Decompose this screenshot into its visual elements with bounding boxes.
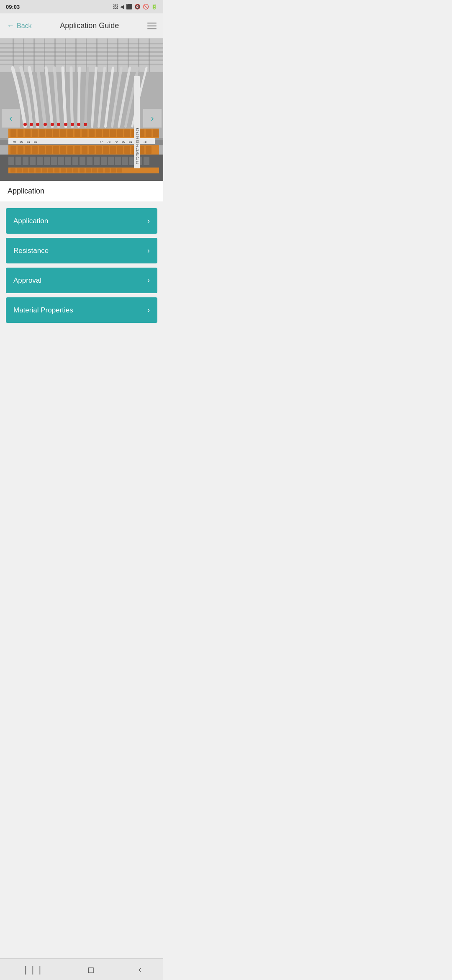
menu-item-approval[interactable]: Approval › (6, 268, 157, 293)
svg-rect-76 (60, 146, 66, 154)
svg-point-26 (51, 123, 54, 126)
svg-rect-33 (10, 129, 16, 137)
svg-rect-45 (96, 129, 102, 137)
svg-rect-97 (58, 157, 64, 165)
svg-rect-98 (65, 157, 71, 165)
chevron-right-icon-material: › (147, 306, 150, 315)
svg-rect-103 (101, 157, 107, 165)
svg-rect-91 (15, 157, 21, 165)
svg-rect-74 (46, 146, 52, 154)
svg-rect-114 (29, 168, 34, 173)
svg-rect-17 (107, 39, 108, 72)
svg-rect-48 (117, 129, 123, 137)
svg-rect-120 (67, 168, 72, 173)
mute-icon: 🔇 (134, 4, 141, 10)
chevron-right-icon-resistance: › (147, 246, 150, 255)
svg-rect-35 (25, 129, 31, 137)
svg-rect-36 (32, 129, 38, 137)
status-bar: 09:03 🖼 ◀ ⬛ 🔇 🚫 🔋 (0, 0, 163, 13)
svg-rect-21 (149, 39, 150, 72)
svg-rect-118 (54, 168, 59, 173)
svg-rect-119 (61, 168, 66, 173)
svg-text:80: 80 (122, 140, 125, 143)
carousel-image: 79 80 81 82 77 78 79 80 81 T4 T5 (0, 39, 163, 181)
menu-section: Application › Resistance › Approval › Ma… (0, 201, 163, 330)
svg-rect-69 (10, 146, 16, 154)
svg-rect-122 (80, 168, 85, 173)
svg-rect-127 (111, 168, 116, 173)
svg-point-22 (23, 123, 27, 126)
svg-rect-93 (30, 157, 36, 165)
svg-rect-38 (46, 129, 52, 137)
svg-rect-72 (32, 146, 38, 154)
hamburger-line-2 (147, 26, 157, 26)
svg-rect-116 (42, 168, 47, 173)
svg-rect-79 (82, 146, 87, 154)
svg-point-25 (44, 123, 47, 126)
page-title: Application Guide (60, 21, 119, 30)
back-arrow-icon: ← (7, 21, 14, 30)
svg-rect-85 (124, 146, 130, 154)
svg-rect-15 (86, 39, 87, 72)
svg-rect-39 (53, 129, 59, 137)
svg-rect-19 (128, 39, 129, 72)
svg-rect-80 (89, 146, 95, 154)
svg-rect-40 (60, 129, 66, 137)
svg-rect-44 (89, 129, 95, 137)
chevron-right-icon-approval: › (147, 276, 150, 285)
svg-rect-88 (146, 146, 152, 154)
svg-text:79: 79 (13, 140, 16, 143)
top-nav: ← Back Application Guide (0, 13, 163, 39)
svg-rect-95 (44, 157, 50, 165)
back-button[interactable]: ← Back (7, 21, 32, 30)
svg-rect-96 (51, 157, 57, 165)
svg-rect-18 (117, 39, 118, 72)
carousel-next-button[interactable]: › (143, 109, 162, 127)
menu-item-resistance[interactable]: Resistance › (6, 238, 157, 263)
svg-rect-113 (23, 168, 28, 173)
svg-rect-94 (37, 157, 43, 165)
svg-rect-75 (53, 146, 59, 154)
svg-rect-13 (65, 39, 66, 72)
svg-rect-109 (144, 157, 149, 165)
chevron-right-icon: › (151, 113, 154, 124)
svg-rect-14 (75, 39, 77, 72)
svg-point-29 (71, 123, 74, 126)
menu-item-application[interactable]: Application › (6, 208, 157, 234)
svg-point-31 (84, 123, 87, 126)
svg-rect-41 (67, 129, 73, 137)
menu-item-material-properties[interactable]: Material Properties › (6, 297, 157, 323)
svg-text:T4   T5   T6   T7   74   75   : T4 T5 T6 T7 74 75 76 77 78 (136, 128, 139, 164)
svg-point-28 (64, 123, 67, 126)
carousel-prev-button[interactable]: ‹ (2, 109, 20, 127)
svg-rect-111 (10, 168, 15, 173)
svg-text:81: 81 (129, 140, 132, 143)
menu-item-material-properties-label: Material Properties (13, 306, 73, 315)
svg-rect-56 (8, 138, 155, 144)
svg-rect-77 (67, 146, 73, 154)
status-icons: 🖼 ◀ ⬛ 🔇 🚫 🔋 (113, 4, 157, 10)
svg-rect-117 (48, 168, 53, 173)
svg-rect-99 (72, 157, 78, 165)
svg-rect-126 (105, 168, 110, 173)
svg-rect-43 (82, 129, 87, 137)
svg-rect-53 (153, 129, 159, 137)
svg-rect-125 (98, 168, 103, 173)
carousel-caption-text: Application (8, 187, 44, 195)
hamburger-line-3 (147, 28, 157, 29)
menu-button[interactable] (147, 23, 157, 29)
svg-text:80: 80 (20, 140, 23, 143)
svg-rect-70 (18, 146, 23, 154)
battery-icon: 🔋 (151, 4, 157, 10)
camera-status-icon: ⬛ (126, 4, 132, 10)
svg-rect-82 (103, 146, 109, 154)
svg-text:T5: T5 (143, 140, 146, 143)
carousel-section: ‹ (0, 39, 163, 201)
svg-rect-37 (39, 129, 45, 137)
svg-rect-106 (122, 157, 128, 165)
svg-point-30 (77, 123, 80, 126)
svg-rect-128 (117, 168, 122, 173)
block-icon: 🚫 (143, 4, 149, 10)
svg-rect-100 (80, 157, 85, 165)
svg-rect-124 (92, 168, 97, 173)
